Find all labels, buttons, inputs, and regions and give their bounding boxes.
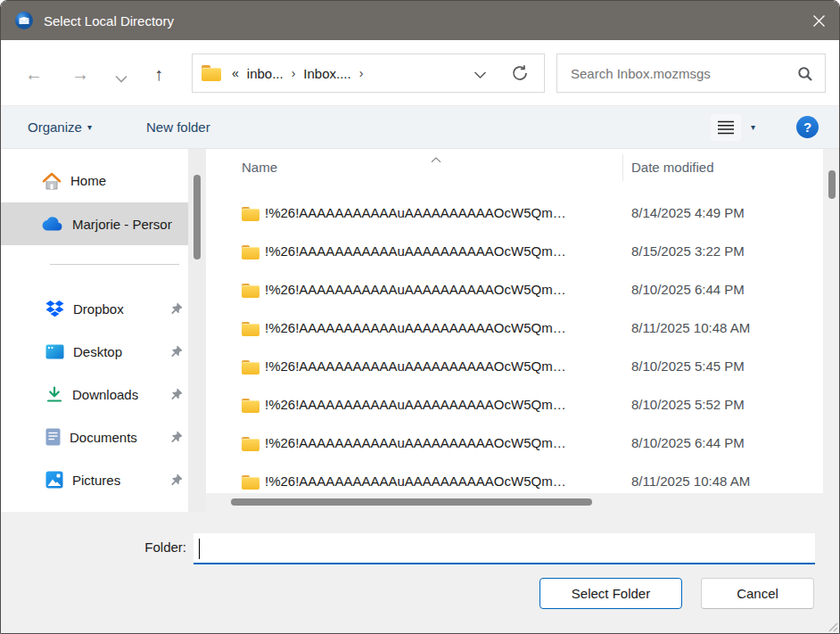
sidebar-item-label: Downloads (72, 387, 138, 402)
dialog-footer: Folder: Select Folder Cancel (1, 512, 840, 634)
sidebar-item-label: Marjorie - Personal (72, 217, 172, 232)
close-button[interactable] (798, 1, 839, 40)
chevron-down-icon (474, 70, 487, 79)
cancel-label: Cancel (737, 586, 778, 601)
folder-icon (242, 322, 259, 336)
downloads-icon (45, 386, 63, 403)
organize-label: Organize (28, 119, 82, 135)
file-date-modified: 8/15/2025 3:22 PM (631, 243, 745, 259)
sidebar-item-home[interactable]: Home (1, 166, 188, 195)
list-vertical-scrollbar[interactable] (823, 149, 840, 512)
file-date-modified: 8/11/2025 10:48 AM (631, 473, 750, 489)
folder-icon (242, 284, 259, 298)
close-icon (812, 14, 826, 28)
list-vertical-scrollbar-thumb[interactable] (828, 170, 836, 199)
search-icon (797, 66, 813, 82)
address-dropdown-button[interactable] (474, 67, 487, 83)
window-title: Select Local Directory (44, 13, 174, 29)
search-input[interactable] (557, 54, 825, 92)
new-folder-label: New folder (146, 119, 210, 135)
sidebar-item-downloads[interactable]: Downloads (1, 381, 188, 408)
back-button[interactable]: ← (22, 62, 45, 86)
forward-button[interactable]: → (69, 62, 92, 86)
sidebar-item-label: Dropbox (73, 301, 124, 317)
file-row[interactable]: !%26!AAAAAAAAAAAuAAAAAAAAAAOcW5Qm… 8/14/… (206, 195, 823, 234)
select-folder-label: Select Folder (572, 586, 650, 601)
recent-locations-button[interactable] (110, 67, 133, 90)
caret-down-icon: ▾ (751, 122, 755, 132)
search-button[interactable] (797, 66, 813, 86)
file-name: !%26!AAAAAAAAAAAuAAAAAAAAAAOcW5Qm… (265, 282, 566, 297)
resize-grip-icon[interactable] (828, 622, 838, 632)
file-row[interactable]: !%26!AAAAAAAAAAAuAAAAAAAAAAOcW5Qm… 8/11/… (206, 310, 823, 349)
pin-icon (170, 345, 183, 358)
folder-icon (202, 65, 221, 81)
desktop-icon (45, 344, 64, 359)
folder-icon (242, 207, 259, 221)
folder-field-label: Folder: (131, 539, 186, 555)
folder-icon (242, 475, 259, 490)
refresh-icon (510, 63, 530, 83)
sidebar-item-desktop[interactable]: Desktop (1, 338, 188, 365)
up-button[interactable]: ↑ (147, 62, 170, 86)
sidebar-item-documents[interactable]: Documents (1, 424, 188, 450)
select-folder-button[interactable]: Select Folder (539, 578, 682, 609)
file-date-modified: 8/10/2025 6:44 PM (631, 435, 745, 450)
horizontal-scrollbar[interactable] (206, 493, 823, 512)
sidebar-item-label: Pictures (72, 473, 120, 488)
dropbox-icon (45, 300, 64, 317)
home-icon (42, 172, 62, 190)
sidebar-scrollbar[interactable] (188, 149, 206, 512)
sidebar-separator (50, 264, 179, 265)
text-caret (199, 539, 200, 559)
folder-icon (242, 245, 259, 259)
file-name: !%26!AAAAAAAAAAAuAAAAAAAAAAOcW5Qm… (265, 320, 566, 335)
column-header-date-modified[interactable]: Date modified (631, 160, 714, 175)
back-icon: ← (25, 64, 43, 85)
up-icon: ↑ (154, 64, 163, 85)
column-divider[interactable] (622, 154, 623, 181)
folder-icon (242, 399, 259, 413)
file-row[interactable]: !%26!AAAAAAAAAAAuAAAAAAAAAAOcW5Qm… 8/10/… (206, 425, 823, 464)
sidebar-item-onedrive[interactable]: Marjorie - Personal (1, 202, 188, 245)
new-folder-button[interactable]: New folder (146, 106, 210, 149)
breadcrumb-chevron-icon: › (292, 66, 296, 80)
file-date-modified: 8/14/2025 4:49 PM (631, 205, 745, 220)
breadcrumb-item-current[interactable]: Inbox.... (303, 66, 350, 81)
folder-icon (242, 360, 259, 375)
file-name: !%26!AAAAAAAAAAAuAAAAAAAAAAOcW5Qm… (265, 243, 566, 259)
file-row[interactable]: !%26!AAAAAAAAAAAuAAAAAAAAAAOcW5Qm… 8/10/… (206, 272, 823, 310)
navigation-pane: Home Marjorie - Personal (1, 149, 206, 512)
breadcrumb-item-parent[interactable]: inbo... (247, 66, 284, 81)
sidebar-scrollbar-thumb[interactable] (194, 175, 201, 259)
column-header-name[interactable]: Name (242, 160, 277, 175)
folder-name-input[interactable] (194, 533, 815, 564)
sidebar-item-label: Desktop (73, 344, 122, 359)
view-mode-dropdown[interactable]: ▾ (751, 106, 755, 149)
sidebar-item-label: Documents (70, 430, 137, 445)
cancel-button[interactable]: Cancel (701, 578, 814, 609)
file-row[interactable]: !%26!AAAAAAAAAAAuAAAAAAAAAAOcW5Qm… 8/10/… (206, 349, 823, 387)
documents-icon (45, 428, 61, 446)
thunderbird-app-icon (14, 11, 34, 30)
help-button[interactable]: ? (796, 116, 819, 138)
view-mode-button[interactable] (711, 114, 741, 141)
pin-icon (170, 431, 183, 443)
breadcrumb-chevron-icon: › (359, 66, 364, 80)
horizontal-scrollbar-thumb[interactable] (231, 498, 592, 506)
organize-menu-button[interactable]: Organize▾ (28, 106, 92, 149)
caret-down-icon: ▾ (87, 122, 92, 132)
pin-icon (170, 473, 183, 486)
breadcrumb-overflow-chevrons[interactable]: « (232, 66, 239, 80)
select-local-directory-dialog: Select Local Directory ← → ↑ « inbo... ›… (0, 0, 840, 634)
pictures-icon (45, 471, 63, 489)
address-bar[interactable]: « inbo... › Inbox.... › (192, 54, 545, 93)
file-row[interactable]: !%26!AAAAAAAAAAAuAAAAAAAAAAOcW5Qm… 8/10/… (206, 387, 823, 425)
sidebar-item-dropbox[interactable]: Dropbox (1, 295, 188, 322)
sidebar-item-pictures[interactable]: Pictures (1, 466, 188, 493)
refresh-button[interactable] (510, 63, 530, 86)
file-row[interactable]: !%26!AAAAAAAAAAAuAAAAAAAAAAOcW5Qm… 8/15/… (206, 234, 823, 272)
list-view-icon (718, 120, 734, 135)
file-name: !%26!AAAAAAAAAAAuAAAAAAAAAAOcW5Qm… (265, 205, 566, 220)
help-icon: ? (803, 119, 811, 135)
